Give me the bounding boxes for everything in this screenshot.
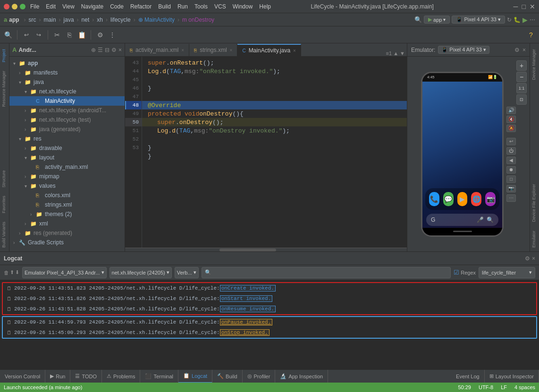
tree-item-drawable[interactable]: › 📁 drawable: [9, 143, 125, 153]
tree-item-app[interactable]: ▾ 📁 app: [9, 58, 125, 68]
paste-icon[interactable]: 📋: [76, 30, 87, 40]
tab-todo[interactable]: ☰ TODO: [70, 370, 102, 383]
emu-more[interactable]: ⋯: [506, 194, 516, 202]
tree-item-activity-main-xml[interactable]: ⎘ activity_main.xml: [9, 162, 125, 172]
tree-item-java[interactable]: ▾ 📁 java: [9, 77, 125, 87]
logcat-tag-filter[interactable]: life_cycle_filter ▾: [479, 267, 535, 278]
menu-edit[interactable]: Edit: [46, 3, 56, 10]
restore-icon[interactable]: □: [522, 3, 526, 10]
sidebar-item-structure[interactable]: Structure: [0, 167, 9, 192]
close-icon[interactable]: ✕: [530, 3, 535, 10]
help-icon[interactable]: ?: [526, 30, 536, 40]
status-position[interactable]: 50:29: [458, 384, 471, 390]
tab-logcat[interactable]: 📋 Logcat: [178, 370, 212, 383]
menu-run[interactable]: Run: [177, 3, 188, 10]
status-linesep[interactable]: LF: [501, 384, 507, 390]
logcat-close-icon[interactable]: ×: [532, 255, 535, 262]
tree-item-layout[interactable]: ▾ 📁 layout: [9, 153, 125, 162]
run-icon[interactable]: ▶: [522, 16, 528, 24]
zoom-in-btn[interactable]: +: [516, 60, 527, 71]
menu-refactor[interactable]: Refactor: [130, 3, 152, 10]
close-btn[interactable]: [4, 4, 9, 9]
sidebar-item-favorites[interactable]: Favorites: [0, 192, 9, 217]
logcat-scroll-bottom-icon[interactable]: ⬇: [15, 269, 19, 275]
menu-file[interactable]: File: [30, 3, 39, 10]
nav-java[interactable]: java: [64, 17, 74, 23]
tree-item-values[interactable]: ▾ 📁 values: [9, 181, 125, 191]
zoom-out-btn[interactable]: −: [516, 72, 527, 82]
tree-item-test[interactable]: › 📁 net.xh.lifecycle (test): [9, 115, 125, 125]
status-encoding[interactable]: UTF-8: [479, 384, 493, 390]
emu-power[interactable]: ⏻: [506, 147, 516, 155]
tree-item-net-xh-lifecycle[interactable]: ▾ 📁 net.xh.lifecycle: [9, 87, 125, 96]
nav-src[interactable]: src: [29, 17, 36, 23]
tab-version-control[interactable]: Version Control: [0, 370, 45, 383]
undo-icon[interactable]: ↩: [21, 30, 32, 40]
tree-item-strings-xml[interactable]: ⎘ strings.xml: [9, 200, 125, 209]
horizontal-scrollbar[interactable]: [125, 248, 407, 251]
menu-code[interactable]: Code: [110, 3, 124, 10]
sidebar-item-build-variants[interactable]: Build Variants: [0, 218, 9, 251]
tab-mainactivity-java[interactable]: C MainActivity.java ×: [237, 44, 301, 56]
logcat-settings-icon[interactable]: ⚙: [525, 255, 530, 262]
menu-help[interactable]: Help: [259, 3, 271, 10]
more-icon[interactable]: ⋯: [530, 17, 535, 23]
settings-icon[interactable]: ⚙: [95, 30, 105, 40]
emu-volume-down[interactable]: 🔇: [506, 116, 516, 123]
sync-icon[interactable]: ↻: [507, 17, 512, 23]
tree-item-res[interactable]: ▾ 📁 res: [9, 134, 125, 143]
menu-navigate[interactable]: Navigate: [81, 3, 103, 10]
emu-mute[interactable]: 🔕: [506, 125, 516, 132]
menu-tools[interactable]: Tools: [194, 3, 208, 10]
more-tools-icon[interactable]: ⋮: [107, 30, 118, 40]
tab-build[interactable]: 🔨 Build: [212, 370, 242, 383]
tree-item-java-generated[interactable]: › 📁 java (generated): [9, 125, 125, 134]
regex-checkbox[interactable]: ☑: [454, 269, 459, 276]
sidebar-item-device-manager[interactable]: Device Manager: [531, 45, 539, 84]
tab-run[interactable]: ▶ Run: [45, 370, 70, 383]
logcat-clear-icon[interactable]: 🗑: [4, 270, 9, 275]
logcat-package-filter[interactable]: net.xh.lifecycle (24205) ▾: [109, 267, 172, 278]
emu-snapshot[interactable]: 📷: [506, 185, 516, 192]
nav-xh[interactable]: xh: [97, 17, 103, 23]
window-controls[interactable]: [4, 4, 25, 9]
maximize-btn[interactable]: [20, 4, 25, 9]
logcat-level-filter[interactable]: Verb... ▾: [175, 267, 199, 278]
emu-back[interactable]: ◀: [506, 157, 516, 164]
tree-item-mainactivity[interactable]: C MainActivity: [9, 96, 125, 106]
logcat-regex-check[interactable]: ☑ Regex: [454, 269, 476, 276]
collapse-icon[interactable]: ⊟: [105, 47, 109, 53]
nav-net[interactable]: net: [82, 17, 90, 23]
menu-window[interactable]: Window: [233, 3, 253, 10]
minimize-btn[interactable]: [12, 4, 17, 9]
tab-activity-main-xml[interactable]: ⎘ activity_main.xml ×: [125, 44, 189, 56]
win-controls[interactable]: ─ □ ✕: [514, 3, 535, 10]
logcat-search[interactable]: 🔍: [202, 267, 451, 278]
debug-icon[interactable]: 🐛: [514, 17, 521, 23]
list-icon[interactable]: ☰: [98, 47, 103, 53]
project-close-icon[interactable]: ×: [118, 47, 122, 53]
app-run-btn[interactable]: ▶ app ▾: [424, 16, 450, 24]
status-indent[interactable]: 4 spaces: [514, 384, 535, 390]
tab-problems[interactable]: ⚠ Problems: [102, 370, 140, 383]
menu-view[interactable]: View: [62, 3, 75, 10]
tree-item-mipmap[interactable]: › 📁 mipmap: [9, 172, 125, 181]
sidebar-item-emulator[interactable]: Emulator: [531, 227, 539, 251]
add-icon[interactable]: ⊕: [91, 47, 96, 53]
project-settings-icon[interactable]: ⚙: [111, 47, 117, 53]
logcat-device-filter[interactable]: Emulator Pixel_4_API_33 Andr... ▾: [22, 267, 107, 278]
tree-item-res-generated[interactable]: › 📁 res (generated): [9, 228, 125, 238]
search-everywhere-icon[interactable]: 🔍: [3, 30, 13, 40]
tree-item-gradle-scripts[interactable]: › 🔧 Gradle Scripts: [9, 238, 125, 247]
nav-main[interactable]: main: [44, 17, 56, 23]
tab-layout-inspector[interactable]: ⊞ Layout Inspector: [485, 370, 539, 383]
logcat-scroll-top-icon[interactable]: ⬆: [10, 269, 14, 275]
minimize-icon[interactable]: ─: [514, 3, 518, 10]
tree-item-xml[interactable]: › 📁 xml: [9, 219, 125, 228]
tab-close-strings[interactable]: ×: [230, 48, 233, 53]
sidebar-item-project[interactable]: Project: [0, 45, 9, 66]
nav-search-icon[interactable]: 🔍: [414, 16, 422, 23]
device-select-btn[interactable]: 📱 Pixel 4 API 33 ▾: [452, 16, 505, 24]
code-content[interactable]: super.onRestart(); Log.d(TAG, msg: "onRe…: [142, 57, 407, 248]
tab-strings-xml[interactable]: ⎘ strings.xml ×: [189, 44, 237, 56]
